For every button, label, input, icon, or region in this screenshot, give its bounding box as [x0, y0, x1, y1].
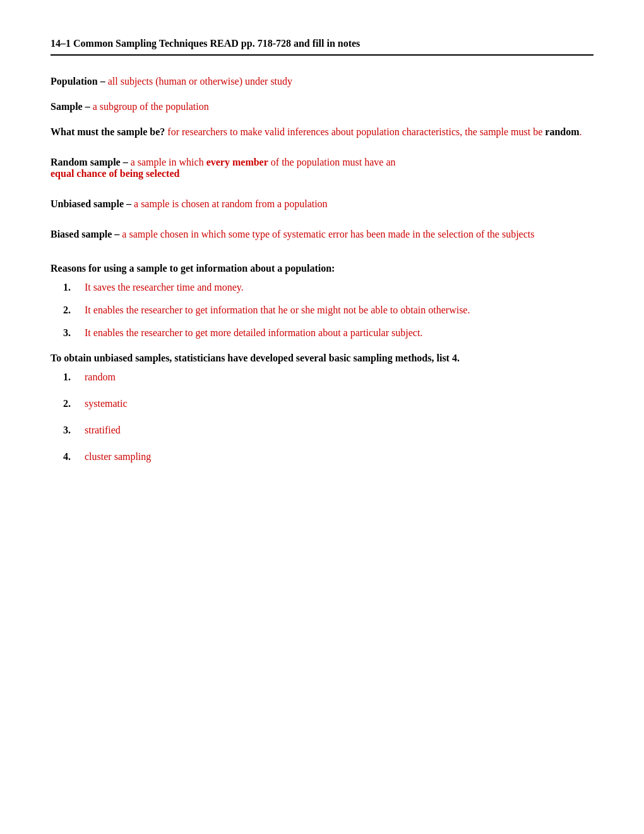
what-must-definition-prefix: for researchers to make valid inferences… — [165, 126, 545, 137]
what-must-suffix: . — [580, 126, 582, 137]
what-must-label: What must the sample be? — [51, 126, 165, 137]
page-title: 14–1 Common Sampling Techniques READ pp.… — [51, 38, 593, 56]
list-item: 1. random — [51, 372, 593, 383]
sampling-methods-header: To obtain unbiased samples, statistician… — [51, 353, 593, 364]
random-sample-label: Random sample — [51, 157, 121, 167]
sample-label: Sample — [51, 101, 83, 112]
list-item: 4. cluster sampling — [51, 451, 593, 462]
random-sample-def-mid: of the population must have an — [268, 157, 396, 167]
reason-text-2: It enables the researcher to get informa… — [85, 305, 470, 316]
unbiased-sample-section: Unbiased sample – a sample is chosen at … — [51, 198, 593, 210]
method-num-3: 3. — [63, 425, 82, 436]
reasons-section: Reasons for using a sample to get inform… — [51, 263, 593, 339]
reason-text-3: It enables the researcher to get more de… — [85, 327, 422, 339]
method-num-2: 2. — [63, 398, 82, 409]
method-num-4: 4. — [63, 451, 82, 462]
list-item: 2. systematic — [51, 398, 593, 409]
sample-dash: – — [85, 101, 90, 112]
random-sample-bold2: equal chance of being selected — [51, 168, 179, 179]
population-label: Population — [51, 76, 98, 87]
biased-sample-section: Biased sample – a sample chosen in which… — [51, 229, 593, 240]
biased-definition: a sample chosen in which some type of sy… — [119, 229, 534, 239]
what-must-bold: random — [545, 126, 579, 137]
list-item: 3. stratified — [51, 425, 593, 436]
reasons-header: Reasons for using a sample to get inform… — [51, 263, 593, 274]
population-dash-char: – — [100, 76, 105, 87]
reasons-list: 1. It saves the researcher time and mone… — [51, 282, 593, 339]
method-text-4: cluster sampling — [85, 451, 151, 462]
biased-label: Biased sample — [51, 229, 112, 239]
method-text-2: systematic — [85, 398, 128, 409]
population-definition: all subjects (human or otherwise) under … — [108, 76, 292, 87]
unbiased-label: Unbiased sample — [51, 198, 124, 209]
random-sample-section: Random sample – a sample in which every … — [51, 157, 593, 179]
methods-list: 1. random 2. systematic 3. stratified 4.… — [51, 372, 593, 462]
random-sample-def-prefix: a sample in which — [128, 157, 206, 167]
list-item: 3. It enables the researcher to get more… — [51, 327, 593, 339]
unbiased-dash: – — [126, 198, 131, 209]
method-text-1: random — [85, 372, 116, 383]
population-section: Population – all subjects (human or othe… — [51, 76, 593, 87]
method-text-3: stratified — [85, 425, 121, 436]
random-sample-dash: – — [123, 157, 128, 167]
what-must-section: What must the sample be? for researchers… — [51, 126, 593, 138]
unbiased-definition: a sample is chosen at random from a popu… — [131, 198, 328, 209]
sample-definition: a subgroup of the population — [93, 101, 209, 112]
reason-num-2: 2. — [63, 305, 82, 316]
list-item: 1. It saves the researcher time and mone… — [51, 282, 593, 293]
method-num-1: 1. — [63, 372, 82, 383]
sampling-methods-section: To obtain unbiased samples, statistician… — [51, 353, 593, 462]
reason-text-1: It saves the researcher time and money. — [85, 282, 244, 293]
sample-section: Sample – a subgroup of the population — [51, 101, 593, 112]
random-sample-bold1: every member — [206, 157, 268, 167]
list-item: 2. It enables the researcher to get info… — [51, 305, 593, 316]
reason-num-1: 1. — [63, 282, 82, 293]
reason-num-3: 3. — [63, 327, 82, 339]
